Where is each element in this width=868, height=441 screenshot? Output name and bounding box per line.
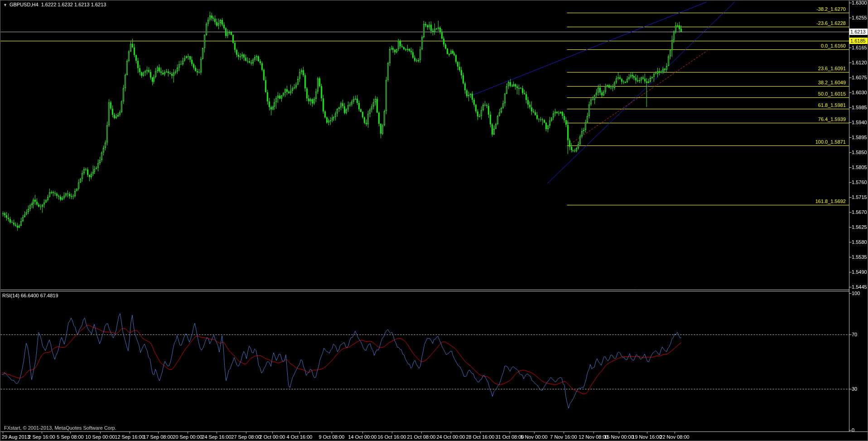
rsi-scale-label: 100 [852,291,860,296]
time-axis-label: 31 Oct 08:00 [496,434,524,440]
price-axis-label: 1.5895 [852,135,867,141]
time-axis-label: 28 Oct 16:00 [466,434,495,440]
chart-canvas[interactable] [0,0,868,441]
rsi-scale-label: 30 [852,386,857,392]
price-axis-label: 1.6165 [852,45,867,51]
time-axis-label: 12 Sep 16:00 [115,434,144,440]
fib-level-label: 38.2_1.6049 [818,80,846,86]
fib-level-label: 61.8_1.5981 [818,102,846,108]
rsi-scale-label: 0 [852,427,854,433]
price-axis-label: 1.6255 [852,15,867,21]
fib-level-label: 161.8_1.5692 [815,199,846,204]
time-axis-label: 17 Sep 08:00 [143,434,173,440]
price-axis-label: 1.5580 [852,239,867,245]
fib-level-label: -38.2_1.6270 [816,6,846,12]
time-axis-label: 2 Oct 00:00 [260,434,285,440]
time-axis-label: 5 Sep 08:00 [57,434,83,440]
symbol-timeframe-label: GBPUSD,H4 [10,2,39,7]
fib-level-label: 23.6_1.6091 [818,66,846,72]
fib-level-label: 100.0_1.5871 [815,139,846,145]
copyright-label: FXstart, © 2001-2013, MetaQuotes Softwar… [4,425,116,431]
time-axis-label: 2 Sep 16:00 [28,434,55,440]
time-axis-label: 24 Oct 00:00 [437,434,465,440]
time-axis-label: 21 Oct 08:00 [407,434,436,440]
current-price-box: 1.6213 [849,29,868,35]
price-axis-label: 1.5535 [852,254,867,260]
time-axis-label: 7 Nov 16:00 [550,434,577,440]
fib-level-label: 0.0_1.6160 [821,43,846,49]
time-axis-label: 22 Nov 08:00 [660,434,689,440]
time-axis-label: 20 Sep 00:00 [173,434,202,440]
price-axis-label: 1.6075 [852,75,867,81]
price-axis-label: 1.6030 [852,90,867,96]
fib-level-label: -23.6_1.6228 [816,20,846,26]
price-axis-label: 1.5490 [852,269,867,275]
mt4-chart-window: ▼GBPUSD,H4 1.6222 1.6232 1.6213 1.6213 R… [0,0,868,441]
price-axis-label: 1.5760 [852,179,867,185]
time-axis-label: 19 Nov 16:00 [632,434,661,440]
price-axis-label: 1.5985 [852,105,867,111]
price-axis-label: 1.6120 [852,60,867,66]
rsi-indicator-label: RSI(14) 66.6400 67.4819 [2,293,58,299]
time-axis-label: 4 Oct 16:00 [287,434,313,440]
time-axis-label: 15 Nov 00:00 [604,434,633,440]
symbol-dropdown-icon[interactable]: ▼ [3,3,7,7]
price-axis-label: 1.5445 [852,284,867,290]
price-axis-label: 1.5805 [852,165,867,170]
time-axis-label: 24 Sep 16:00 [202,434,231,440]
rsi-scale-label: 70 [852,332,857,338]
time-axis-label: 5 Nov 00:00 [521,434,547,440]
time-axis-label: 16 Oct 16:00 [378,434,406,440]
time-axis-label: 14 Oct 00:00 [348,434,377,440]
price-axis-label: 1.5715 [852,194,867,200]
price-axis-label: 1.6300 [852,0,867,6]
price-axis-label: 1.5670 [852,209,867,215]
time-axis-label: 10 Sep 00:00 [85,434,115,440]
price-axis-label: 1.5850 [852,150,867,155]
chart-title: ▼GBPUSD,H4 1.6222 1.6232 1.6213 1.6213 [3,2,106,8]
fib-level-label: 50.0_1.6015 [818,91,846,97]
time-axis-label: 9 Oct 08:00 [319,434,345,440]
time-axis-label: 29 Aug 2013 [2,434,30,440]
ohlc-quote-label: 1.6222 1.6232 1.6213 1.6213 [41,2,106,7]
alert-price-box[interactable]: 1.6185 [849,38,868,44]
price-axis-label: 1.5940 [852,120,867,126]
price-axis-label: 1.5625 [852,224,867,230]
fib-level-label: 76.4_1.5939 [818,116,846,122]
time-axis-label: 27 Sep 08:00 [231,434,260,440]
